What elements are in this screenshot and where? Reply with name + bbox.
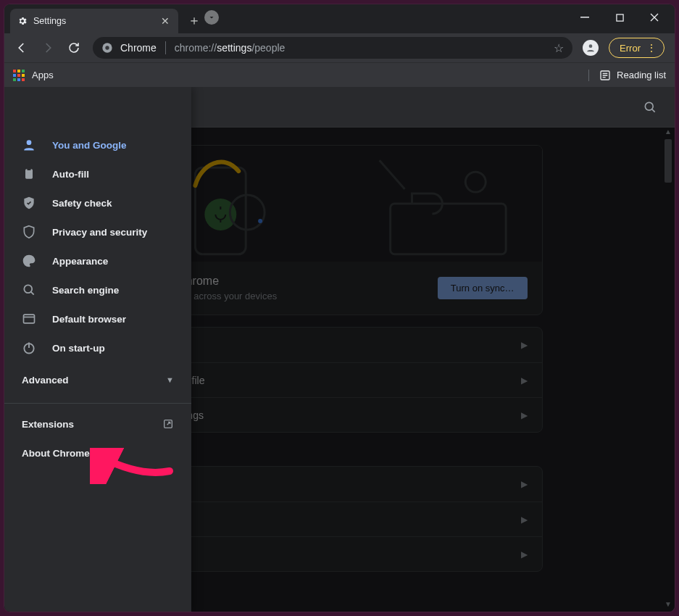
about-chrome-label: About Chrome	[22, 448, 90, 459]
sidebar-item-default-browser[interactable]: Default browser	[4, 304, 191, 333]
reload-button[interactable]	[62, 36, 86, 59]
chevron-right-icon: ▶	[521, 515, 528, 525]
omnibox-origin: Chrome	[120, 42, 157, 54]
svg-rect-18	[25, 169, 33, 178]
sidebar-item-search-engine[interactable]: Search engine	[4, 275, 191, 304]
sidebar-item-on-startup[interactable]: On start-up	[4, 333, 191, 362]
error-chip[interactable]: Error ⋮	[609, 38, 665, 58]
svg-point-17	[27, 140, 32, 145]
back-button[interactable]	[10, 36, 33, 59]
sidebar-item-appearance[interactable]: Appearance	[4, 246, 191, 275]
tab-title: Settings	[33, 16, 66, 26]
scroll-thumb[interactable]	[665, 139, 672, 183]
gear-icon	[17, 16, 28, 26]
bookmark-star-icon[interactable]: ☆	[554, 41, 564, 55]
chevron-right-icon: ▶	[521, 340, 528, 350]
svg-rect-0	[580, 17, 589, 18]
settings-search-button[interactable]	[643, 100, 657, 115]
sidebar-item-you-and-google[interactable]: You and Google	[4, 130, 191, 159]
sidebar-item-label: On start-up	[52, 343, 105, 354]
open-in-new-icon	[162, 418, 174, 430]
sidebar-item-label: Default browser	[52, 314, 126, 325]
svg-point-4	[589, 44, 593, 48]
scroll-down-arrow-icon[interactable]: ▼	[663, 600, 673, 610]
browser-icon	[22, 312, 36, 326]
sidebar-item-autofill[interactable]: Auto-fill	[4, 159, 191, 188]
svg-point-6	[645, 102, 653, 110]
new-tab-button[interactable]: ＋	[184, 10, 204, 30]
chevron-right-icon: ▶	[521, 375, 528, 386]
sidebar-item-label: Search engine	[52, 285, 119, 296]
toolbar: Chrome chrome://settings/people ☆ Error …	[4, 33, 675, 62]
omnibox-url: chrome://settings/people	[175, 42, 286, 54]
svg-point-13	[258, 219, 262, 223]
person-icon	[22, 138, 36, 152]
power-icon	[22, 341, 36, 355]
omnibox[interactable]: Chrome chrome://settings/people ☆	[93, 37, 572, 59]
close-tab-button[interactable]: ✕	[159, 15, 171, 27]
bookmarks-bar: Apps Reading list	[4, 62, 675, 87]
sidebar-item-label: Safety check	[52, 198, 112, 209]
apps-label[interactable]: Apps	[32, 70, 54, 80]
site-info-icon[interactable]	[101, 42, 113, 54]
settings-sidebar: You and Google Auto-fill Safety check Pr…	[4, 87, 191, 612]
palette-icon	[22, 254, 36, 268]
chevron-right-icon: ▶	[521, 410, 528, 420]
svg-point-3	[105, 46, 109, 49]
chevron-right-icon: ▶	[521, 479, 528, 489]
titlebar: Settings ✕ ＋	[4, 4, 675, 33]
shield-icon	[22, 225, 36, 239]
divider	[4, 403, 191, 404]
sidebar-item-safety-check[interactable]: Safety check	[4, 188, 191, 217]
svg-rect-1	[616, 14, 622, 20]
content-area: Settings	[4, 87, 675, 612]
svg-point-20	[24, 285, 32, 293]
extensions-label: Extensions	[22, 419, 74, 430]
reading-list-button[interactable]: Reading list	[588, 70, 666, 81]
sidebar-item-about-chrome[interactable]: About Chrome	[4, 438, 191, 467]
sidebar-item-label: Auto-fill	[52, 169, 89, 180]
sidebar-item-label: You and Google	[52, 140, 127, 151]
sidebar-item-label: Privacy and security	[52, 227, 147, 238]
vertical-scrollbar[interactable]: ▲ ▼	[663, 129, 673, 609]
turn-on-sync-button[interactable]: Turn on sync…	[438, 277, 528, 299]
tab-search-button[interactable]	[204, 10, 219, 25]
error-chip-label: Error	[620, 43, 641, 54]
browser-window: Settings ✕ ＋ Chrome chrome://settings/pe…	[4, 4, 675, 612]
profile-avatar-button[interactable]	[583, 40, 599, 56]
omnibox-separator	[165, 41, 166, 54]
tab-settings[interactable]: Settings ✕	[10, 9, 178, 33]
sidebar-item-label: Appearance	[52, 256, 108, 267]
shield-check-icon	[22, 196, 36, 210]
chevron-right-icon: ▶	[521, 549, 528, 559]
sidebar-item-extensions[interactable]: Extensions	[4, 409, 191, 438]
window-controls	[569, 4, 675, 29]
search-icon	[22, 283, 36, 297]
clipboard-icon	[22, 167, 36, 181]
maximize-button[interactable]	[604, 6, 636, 29]
apps-icon[interactable]	[13, 70, 25, 81]
chevron-down-icon: ▼	[166, 375, 174, 384]
reading-list-label: Reading list	[617, 70, 666, 80]
sidebar-item-privacy[interactable]: Privacy and security	[4, 217, 191, 246]
scroll-up-arrow-icon[interactable]: ▲	[663, 128, 673, 138]
minimize-button[interactable]	[569, 6, 601, 29]
close-window-button[interactable]	[638, 6, 670, 29]
advanced-label: Advanced	[22, 375, 69, 386]
sidebar-advanced-toggle[interactable]: Advanced ▼	[4, 362, 191, 397]
svg-rect-21	[24, 315, 35, 323]
forward-button[interactable]	[36, 36, 59, 59]
svg-rect-19	[28, 168, 31, 170]
